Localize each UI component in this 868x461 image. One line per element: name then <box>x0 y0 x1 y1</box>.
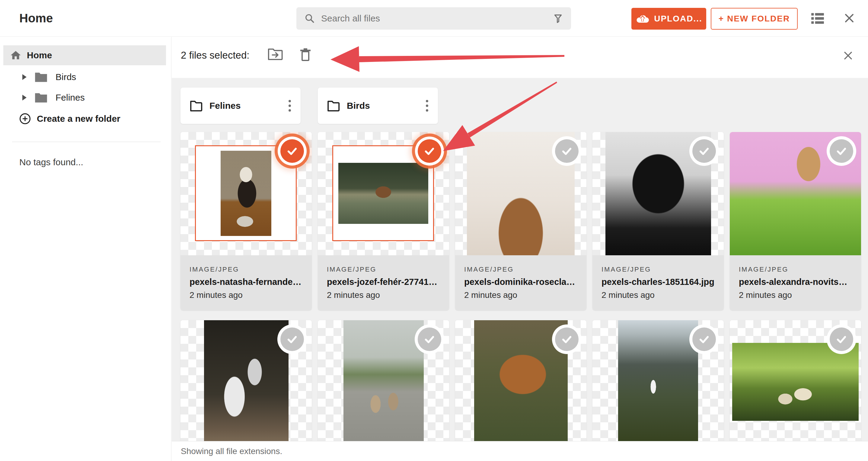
file-type: IMAGE/JPEG <box>189 265 303 273</box>
no-tags-text: No tags found... <box>19 157 83 167</box>
home-icon <box>10 50 22 61</box>
file-timestamp: 2 minutes ago <box>739 290 852 300</box>
search-icon <box>304 13 315 24</box>
file-card[interactable]: IMAGE/JPEG pexels-dominika-roseclay-8952… <box>455 132 586 310</box>
new-folder-button[interactable]: + NEW FOLDER <box>711 8 798 30</box>
upload-label: UPLOAD... <box>654 14 702 24</box>
selection-check-badge[interactable] <box>692 139 716 163</box>
file-card[interactable] <box>730 320 861 441</box>
photo-preview <box>474 320 568 441</box>
file-name: pexels-jozef-fehér-2774140.jpg <box>327 277 440 287</box>
file-metadata: IMAGE/JPEG pexels-dominika-roseclay-8952… <box>455 255 586 310</box>
list-view-toggle-button[interactable] <box>811 12 825 26</box>
file-type: IMAGE/JPEG <box>601 265 715 273</box>
photo-preview <box>343 320 424 441</box>
sidebar-felines-label: Felines <box>56 92 85 103</box>
kebab-icon <box>288 99 291 112</box>
upload-button[interactable]: UPLOAD... <box>631 8 706 30</box>
folder-icon <box>34 71 48 83</box>
selected-image-frame <box>332 145 434 241</box>
selection-check-badge[interactable] <box>555 327 579 351</box>
sidebar-item-home[interactable]: Home <box>3 45 166 65</box>
sidebar-home-label: Home <box>27 50 52 60</box>
selection-check-badge[interactable] <box>280 327 304 351</box>
file-type: IMAGE/JPEG <box>739 265 852 273</box>
file-type: IMAGE/JPEG <box>327 265 440 273</box>
file-thumbnail <box>181 320 312 441</box>
caret-right-icon[interactable] <box>22 94 27 100</box>
page-title: Home <box>19 11 53 25</box>
file-card[interactable]: IMAGE/JPEG pexels-jozef-fehér-2774140.jp… <box>318 132 449 310</box>
file-thumbnail <box>455 132 586 255</box>
check-icon <box>560 333 574 346</box>
selection-check-badge[interactable] <box>418 139 441 163</box>
photo-preview <box>338 163 428 224</box>
sidebar-item-felines[interactable]: Felines <box>0 88 172 108</box>
close-window-button[interactable] <box>843 12 855 25</box>
file-card[interactable] <box>455 320 586 441</box>
file-timestamp: 2 minutes ago <box>601 290 715 300</box>
file-card[interactable]: IMAGE/JPEG pexels-charles-1851164.jpg 2 … <box>592 132 724 310</box>
status-bar: Showing all file extensions. <box>172 441 868 461</box>
file-timestamp: 2 minutes ago <box>464 290 577 300</box>
photo-preview <box>732 343 859 421</box>
create-folder-button[interactable]: Create a new folder <box>19 112 120 125</box>
file-card[interactable] <box>181 320 312 441</box>
files-row-1: IMAGE/JPEG pexels-natasha-fernandez-733…… <box>181 132 861 310</box>
folder-menu-button[interactable] <box>424 97 431 114</box>
selected-image-frame <box>195 145 297 241</box>
search-bar[interactable] <box>297 7 571 30</box>
check-icon <box>560 144 574 158</box>
plus-circle-icon <box>19 112 31 125</box>
folder-menu-button[interactable] <box>286 97 293 114</box>
folder-card[interactable]: Birds <box>318 88 438 124</box>
check-icon <box>698 144 711 158</box>
list-view-icon <box>811 12 825 25</box>
file-card[interactable] <box>592 320 724 441</box>
check-icon <box>835 144 848 158</box>
selection-check-badge[interactable] <box>692 327 716 351</box>
photo-preview <box>221 151 271 236</box>
file-metadata: IMAGE/JPEG pexels-jozef-fehér-2774140.jp… <box>318 255 449 310</box>
selection-toolbar: 2 files selected: <box>172 37 868 78</box>
file-type: IMAGE/JPEG <box>464 265 577 273</box>
file-grid-area: Felines Birds <box>172 78 868 441</box>
sidebar-birds-label: Birds <box>56 72 76 82</box>
file-name: pexels-alexandra-novitskaya-2… <box>739 277 852 287</box>
clear-selection-button[interactable] <box>843 50 854 62</box>
sidebar-divider <box>12 142 161 142</box>
file-card[interactable]: IMAGE/JPEG pexels-natasha-fernandez-733…… <box>181 132 312 310</box>
selection-check-badge[interactable] <box>830 327 853 351</box>
selection-check-badge[interactable] <box>418 327 441 351</box>
folder-icon <box>189 100 203 112</box>
folder-name: Birds <box>347 100 424 111</box>
search-input[interactable] <box>321 13 553 24</box>
folder-card[interactable]: Felines <box>181 88 301 124</box>
file-metadata: IMAGE/JPEG pexels-natasha-fernandez-733…… <box>181 255 312 310</box>
folder-name: Felines <box>210 100 286 111</box>
selection-check-badge[interactable] <box>280 139 304 163</box>
status-text: Showing all file extensions. <box>181 446 282 456</box>
check-icon <box>423 333 436 346</box>
file-timestamp: 2 minutes ago <box>189 290 303 300</box>
selection-check-badge[interactable] <box>555 139 579 163</box>
move-to-folder-button[interactable] <box>268 48 283 61</box>
folders-row: Felines Birds <box>181 88 438 124</box>
files-row-2 <box>181 320 861 441</box>
photo-preview <box>618 320 698 441</box>
folder-icon <box>34 92 48 103</box>
delete-selected-button[interactable] <box>300 48 311 62</box>
check-icon <box>835 333 848 346</box>
folder-icon <box>327 100 340 112</box>
caret-right-icon[interactable] <box>22 74 27 80</box>
folder-move-icon <box>268 48 283 60</box>
filter-funnel-icon[interactable] <box>553 13 563 24</box>
selection-check-badge[interactable] <box>830 139 853 163</box>
file-card[interactable]: IMAGE/JPEG pexels-alexandra-novitskaya-2… <box>730 132 861 310</box>
selection-count: 2 files selected: <box>181 50 249 61</box>
file-card[interactable] <box>318 320 449 441</box>
file-metadata: IMAGE/JPEG pexels-alexandra-novitskaya-2… <box>730 255 861 310</box>
file-timestamp: 2 minutes ago <box>327 290 440 300</box>
sidebar-item-birds[interactable]: Birds <box>0 67 172 87</box>
file-thumbnail <box>318 320 449 441</box>
